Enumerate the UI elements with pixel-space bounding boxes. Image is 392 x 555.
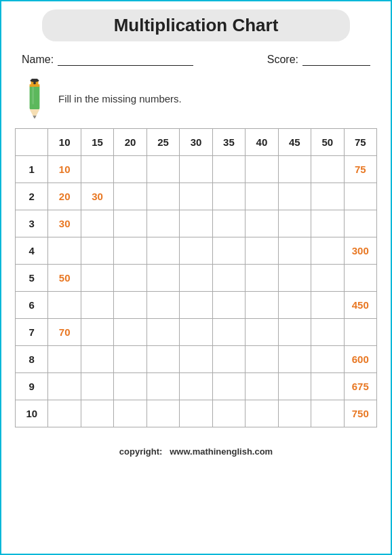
table-cell [311,183,344,210]
table-cell [311,292,344,319]
table-cell [114,292,146,319]
header-cell-35: 35 [212,129,245,156]
table-cell [180,319,212,346]
table-cell [146,400,179,427]
table-cell [180,156,212,183]
table-cell [146,237,179,265]
table-cell: 20 [48,183,81,210]
table-cell [278,373,311,400]
svg-rect-5 [32,87,34,104]
svg-marker-2 [33,115,37,119]
table-cell: 300 [344,237,376,265]
table-cell [212,210,245,237]
table-cell [278,400,311,427]
table-cell: 30 [48,210,81,237]
table-cell [311,319,344,346]
table-cell [278,237,311,265]
page-title: Multiplication Chart [114,15,279,35]
row-label-9: 9 [16,373,48,400]
table-cell [278,265,311,292]
table-cell [180,373,212,400]
table-cell: 10 [48,156,81,183]
table-cell [311,373,344,400]
header-cell-25: 25 [146,129,179,156]
multiplication-table: 1015202530354045507511075220303304300550… [15,128,377,427]
table-cell [278,183,311,210]
table-cell: 450 [344,292,376,319]
row-label-3: 3 [16,210,48,237]
table-cell: 50 [48,265,81,292]
table-row: 10750 [16,400,377,427]
copyright-label: copyright: [119,446,163,457]
table-cell [246,400,278,427]
name-line [58,54,193,66]
table-cell [114,183,146,210]
table-cell [311,346,344,373]
table-cell [311,265,344,292]
header-cell-45: 45 [278,129,311,156]
name-section: Name: [22,54,193,66]
table-cell [180,183,212,210]
table-cell [180,292,212,319]
table-cell [114,237,146,265]
table-cell [114,210,146,237]
score-section: Score: [267,54,370,66]
table-cell [344,319,376,346]
page: Multiplication Chart Name: Score: [0,0,392,555]
copyright-site: www.mathinenglish.com [170,446,273,457]
row-label-2: 2 [16,183,48,210]
table-cell [114,346,146,373]
table-cell [344,210,376,237]
table-cell: 70 [48,319,81,346]
table-cell [246,237,278,265]
table-row: 550 [16,265,377,292]
table-cell [114,319,146,346]
table-cell [212,265,245,292]
row-label-4: 4 [16,237,48,265]
table-cell [344,183,376,210]
table-cell [311,400,344,427]
table-cell: 750 [344,400,376,427]
table-cell [180,210,212,237]
score-line [302,54,370,66]
row-label-8: 8 [16,346,48,373]
table-cell [48,292,81,319]
table-cell: 600 [344,346,376,373]
table-cell [81,292,113,319]
table-cell [246,210,278,237]
table-cell [146,292,179,319]
table-cell [146,319,179,346]
table-cell: 30 [81,183,113,210]
table-cell [311,210,344,237]
table-cell [246,319,278,346]
table-cell [311,156,344,183]
table-cell: 75 [344,156,376,183]
row-label-6: 6 [16,292,48,319]
header-cell-15: 15 [81,129,113,156]
table-cell [81,265,113,292]
table-cell [278,210,311,237]
name-label: Name: [22,54,54,66]
instruction-row: Fill in the missing numbers. [1,71,391,124]
table-cell [81,210,113,237]
table-cell [311,237,344,265]
table-row: 4300 [16,237,377,265]
table-cell [114,156,146,183]
table-cell [114,373,146,400]
table-cell [212,319,245,346]
pencil-icon [22,78,47,119]
table-cell [246,156,278,183]
table-cell [212,373,245,400]
copyright: copyright: www.mathinenglish.com [1,434,391,465]
header-cell-10: 10 [48,129,81,156]
svg-rect-0 [30,85,40,109]
table-cell [81,373,113,400]
table-cell [180,237,212,265]
row-label-7: 7 [16,319,48,346]
table-cell [81,400,113,427]
table-cell [146,346,179,373]
table-cell [180,346,212,373]
table-cell [278,156,311,183]
header-cell-40: 40 [246,129,278,156]
table-cell [212,292,245,319]
